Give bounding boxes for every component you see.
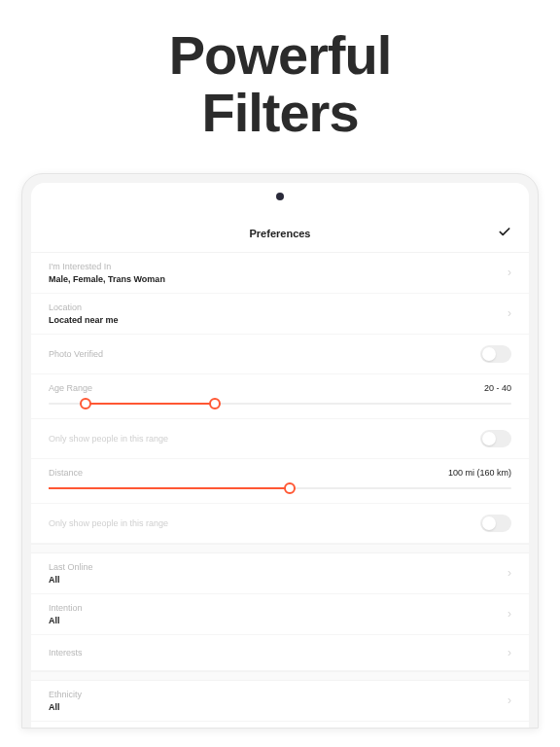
ethnicity-value: All	[49, 702, 511, 712]
marketing-line2: Filters	[201, 82, 358, 143]
age-range-row: Age Range 20 - 40	[31, 374, 529, 419]
section-gap	[31, 544, 529, 553]
chevron-right-icon: ›	[508, 646, 511, 659]
photo-verified-row: Photo Verified	[31, 335, 529, 374]
slider-thumb[interactable]	[284, 482, 296, 494]
distance-only-toggle[interactable]	[480, 515, 511, 532]
section-gap	[31, 671, 529, 681]
location-label: Location	[49, 302, 511, 312]
intention-label: Intention	[49, 603, 511, 613]
age-only-label: Only show people in this range	[49, 434, 480, 444]
age-only-range-row: Only show people in this range	[31, 419, 529, 459]
slider-fill	[86, 403, 215, 405]
last-online-row[interactable]: Last Online All ›	[31, 553, 529, 594]
intention-value: All	[49, 616, 511, 625]
age-range-value: 20 - 40	[484, 383, 511, 393]
distance-row: Distance 100 mi (160 km)	[31, 459, 529, 504]
distance-slider[interactable]	[49, 487, 511, 489]
distance-only-label: Only show people in this range	[49, 518, 480, 528]
device-frame: Preferences I'm Interested In Male, Fema…	[21, 173, 539, 729]
slider-fill	[49, 487, 290, 489]
confirm-button[interactable]	[498, 226, 511, 242]
page-title: Preferences	[250, 228, 311, 239]
photo-verified-toggle[interactable]	[480, 345, 511, 363]
interests-row[interactable]: Interests ›	[31, 635, 529, 671]
interested-label: I'm Interested In	[49, 262, 511, 271]
last-online-label: Last Online	[49, 562, 511, 572]
marketing-heading: Powerful Filters	[0, 0, 560, 161]
age-only-toggle[interactable]	[480, 430, 511, 447]
marketing-line1: Powerful	[169, 24, 391, 86]
marketing-title: Powerful Filters	[0, 27, 560, 142]
slider-thumb-min[interactable]	[80, 398, 91, 409]
location-row[interactable]: Location Located near me ›	[31, 294, 529, 335]
intention-row[interactable]: Intention All ›	[31, 594, 529, 635]
chevron-right-icon: ›	[508, 266, 511, 279]
ethnicity-row[interactable]: Ethnicity All ›	[31, 681, 529, 722]
distance-value: 100 mi (160 km)	[448, 468, 511, 478]
location-value: Located near me	[49, 315, 511, 325]
device-screen: Preferences I'm Interested In Male, Fema…	[31, 183, 529, 728]
interests-label: Interests	[49, 648, 511, 658]
age-range-label: Age Range	[49, 383, 92, 393]
header-bar: Preferences	[31, 216, 529, 253]
ethnicity-label: Ethnicity	[49, 690, 511, 699]
photo-verified-label: Photo Verified	[49, 349, 480, 359]
last-online-value: All	[49, 575, 511, 585]
chevron-right-icon: ›	[508, 566, 511, 580]
camera-icon	[276, 193, 284, 200]
age-range-slider[interactable]	[49, 403, 511, 405]
interested-value: Male, Female, Trans Woman	[49, 274, 511, 284]
interested-in-row[interactable]: I'm Interested In Male, Female, Trans Wo…	[31, 253, 529, 294]
chevron-right-icon: ›	[508, 694, 511, 707]
chevron-right-icon: ›	[508, 306, 511, 320]
chevron-right-icon: ›	[508, 607, 511, 621]
distance-only-range-row: Only show people in this range	[31, 504, 529, 544]
slider-thumb-max[interactable]	[209, 398, 221, 409]
body-type-row[interactable]: Body Type ›	[31, 722, 529, 728]
checkmark-icon	[498, 226, 511, 239]
distance-label: Distance	[49, 468, 83, 478]
screen-content: Preferences I'm Interested In Male, Fema…	[31, 183, 529, 728]
